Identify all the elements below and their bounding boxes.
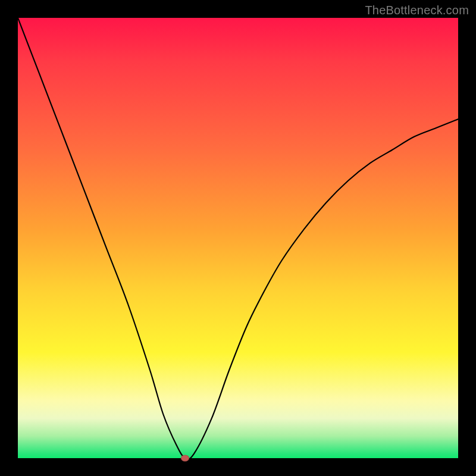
bottleneck-curve: [18, 18, 458, 458]
minimum-marker: [181, 455, 189, 462]
watermark-text: TheBottleneck.com: [365, 4, 469, 17]
chart-frame: TheBottleneck.com: [0, 0, 476, 476]
plot-area: [18, 18, 458, 458]
